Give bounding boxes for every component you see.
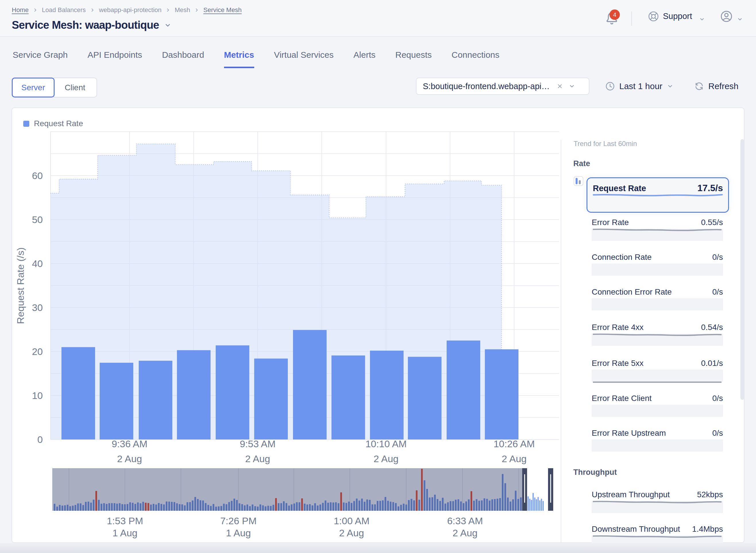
svg-text:1 Aug: 1 Aug <box>226 528 251 538</box>
svg-text:1:53 PM: 1:53 PM <box>107 516 143 526</box>
svg-text:6:33 AM: 6:33 AM <box>447 516 483 526</box>
svg-text:1 Aug: 1 Aug <box>113 528 137 538</box>
svg-text:2 Aug: 2 Aug <box>339 528 364 538</box>
svg-text:20: 20 <box>32 346 43 357</box>
svg-text:10: 10 <box>32 390 43 401</box>
svg-text:10:26 AM: 10:26 AM <box>493 438 535 449</box>
svg-text:10:10 AM: 10:10 AM <box>365 438 407 449</box>
svg-text:30: 30 <box>32 302 43 313</box>
svg-text:0: 0 <box>37 434 43 445</box>
svg-text:9:36 AM: 9:36 AM <box>112 438 148 449</box>
svg-text:2 Aug: 2 Aug <box>453 528 478 538</box>
svg-text:40: 40 <box>32 258 43 269</box>
svg-text:60: 60 <box>32 170 43 181</box>
svg-text:50: 50 <box>32 214 43 225</box>
svg-text:Request Rate (/s): Request Rate (/s) <box>15 247 26 324</box>
svg-text:1:00 AM: 1:00 AM <box>334 516 370 526</box>
svg-text:9:53 AM: 9:53 AM <box>240 438 276 449</box>
svg-text:7:26 PM: 7:26 PM <box>220 516 257 526</box>
